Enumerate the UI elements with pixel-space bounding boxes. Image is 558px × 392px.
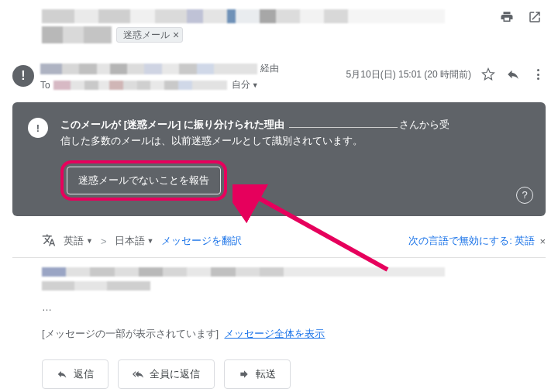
- more-menu-icon[interactable]: [530, 67, 546, 82]
- help-icon[interactable]: ?: [516, 187, 533, 204]
- translate-to-dropdown[interactable]: 日本語▼: [115, 234, 154, 248]
- chevron-down-icon: ▼: [86, 237, 93, 245]
- subject-redacted-2: [42, 26, 112, 43]
- redacted-sender-blank: [289, 120, 398, 128]
- body-ellipsis: …: [42, 301, 546, 313]
- show-full-message-link[interactable]: メッセージ全体を表示: [224, 328, 325, 339]
- spam-warning-badge: !: [12, 65, 34, 87]
- annotation-highlight: 迷惑メールでないことを報告: [60, 160, 227, 201]
- spam-banner: ! このメールが [迷惑メール] に振り分けられた理由 さんから受 信した多数の…: [12, 102, 546, 216]
- body-redacted: [42, 267, 546, 291]
- reply-button[interactable]: 返信: [42, 359, 108, 389]
- close-icon[interactable]: ×: [173, 29, 179, 41]
- translate-message-link[interactable]: メッセージを翻訳: [161, 234, 242, 248]
- translate-bar: 英語▼ > 日本語▼ メッセージを翻訳 次の言語で無効にする: 英語 ×: [12, 224, 546, 258]
- subject-redacted: [42, 9, 445, 23]
- timestamp: 5月10日(日) 15:01 (20 時間前): [346, 68, 471, 81]
- spam-chip-text: 迷惑メール: [123, 29, 170, 42]
- reply-all-button[interactable]: 全員に返信: [118, 359, 215, 389]
- recipient-redacted: [53, 81, 227, 90]
- chevron-down-icon: ▼: [147, 237, 154, 245]
- exclamation-icon: !: [28, 118, 48, 138]
- to-label: To: [40, 80, 50, 91]
- open-new-window-icon[interactable]: [527, 9, 542, 25]
- report-not-spam-button[interactable]: 迷惑メールでないことを報告: [67, 167, 221, 194]
- chevron-right-icon: >: [101, 236, 107, 247]
- sender-redacted: [40, 64, 257, 74]
- print-icon[interactable]: [499, 9, 515, 25]
- recipient-self-dropdown[interactable]: 自分▼: [232, 78, 259, 91]
- disable-translate-link[interactable]: 次の言語で無効にする: 英語: [408, 234, 535, 248]
- message-truncated-label: [メッセージの一部が表示されています]: [42, 328, 219, 339]
- forward-button[interactable]: 転送: [224, 359, 291, 389]
- star-icon[interactable]: [480, 67, 496, 82]
- chevron-down-icon: ▼: [252, 81, 259, 89]
- reply-icon[interactable]: [505, 67, 521, 82]
- spam-label-chip[interactable]: 迷惑メール ×: [116, 27, 183, 43]
- translate-icon: [42, 233, 56, 249]
- via-label: 経由: [260, 62, 279, 75]
- close-icon[interactable]: ×: [539, 236, 546, 247]
- translate-from-dropdown[interactable]: 英語▼: [64, 234, 93, 248]
